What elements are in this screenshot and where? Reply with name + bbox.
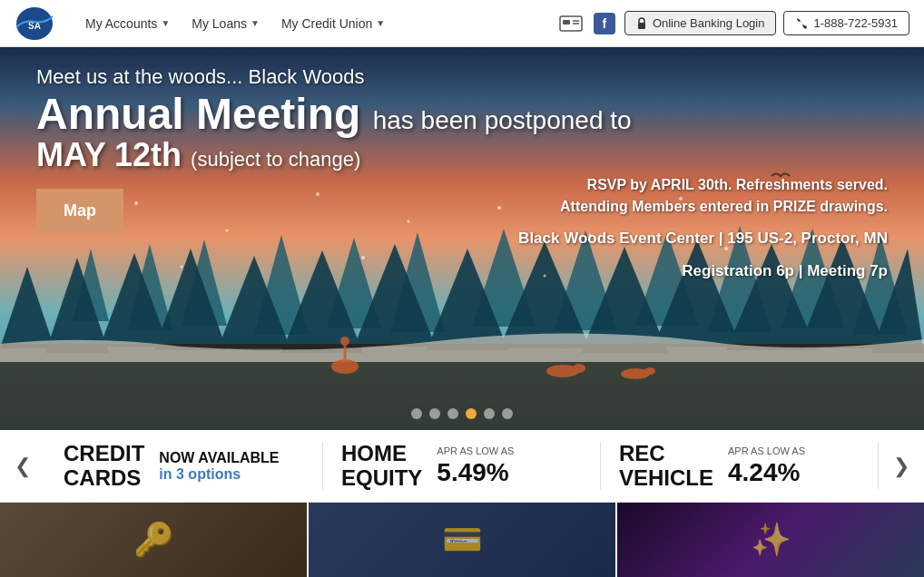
promo-rec-vehicle[interactable]: RECVEHICLE APR AS LOW AS 4.24% [601, 442, 879, 490]
svg-rect-6 [638, 23, 645, 29]
promo-rec-vehicle-title: RECVEHICLE [619, 442, 713, 490]
bottom-image-2[interactable] [309, 503, 615, 577]
promo-credit-cards-detail: NOW AVAILABLE in 3 options [159, 450, 279, 483]
promo-bar: ❮ CREDITCARDS NOW AVAILABLE in 3 options… [0, 430, 924, 503]
phone-icon [795, 17, 808, 30]
logo[interactable]: SA [15, 5, 58, 42]
chevron-down-icon: ▼ [161, 18, 170, 28]
svg-point-40 [644, 367, 655, 375]
hero-line1: Meet us at the woods... Black Woods [36, 65, 888, 89]
carousel-dot-2[interactable] [429, 408, 440, 419]
lock-icon [636, 17, 647, 30]
facebook-icon[interactable]: f [594, 13, 615, 34]
hero-banner: Meet us at the woods... Black Woods Annu… [0, 47, 924, 430]
carousel-dot-3[interactable] [447, 408, 458, 419]
logo-icon: SA [15, 5, 54, 42]
hero-line2: Annual Meeting has been postponed to [36, 93, 888, 136]
carousel-dot-6[interactable] [502, 408, 513, 419]
svg-rect-3 [563, 20, 570, 24]
promo-home-equity-detail: APR AS LOW AS 5.49% [437, 445, 514, 487]
carousel-dot-5[interactable] [484, 408, 495, 419]
promo-prev-arrow[interactable]: ❮ [0, 455, 45, 478]
nav-my-credit-union[interactable]: My Credit Union ▼ [272, 11, 394, 36]
promo-rec-vehicle-detail: APR AS LOW AS 4.24% [728, 445, 805, 487]
header: SA My Accounts ▼ My Loans ▼ My Credit Un… [0, 0, 924, 47]
chevron-down-icon: ▼ [251, 18, 260, 28]
bottom-image-3[interactable] [617, 503, 924, 577]
hero-line3: MAY 12th (subject to change) [36, 136, 888, 174]
svg-point-38 [573, 364, 585, 373]
promo-credit-cards[interactable]: CREDITCARDS NOW AVAILABLE in 3 options [45, 442, 323, 490]
carousel-dot-1[interactable] [411, 408, 422, 419]
chevron-down-icon: ▼ [376, 18, 385, 28]
main-nav: My Accounts ▼ My Loans ▼ My Credit Union… [76, 11, 557, 36]
promo-credit-cards-title: CREDITCARDS [64, 442, 144, 490]
promo-next-arrow[interactable]: ❯ [879, 455, 924, 478]
header-icons: f [557, 13, 615, 34]
bottom-image-1[interactable] [0, 503, 307, 577]
svg-point-34 [331, 359, 359, 374]
map-button[interactable]: Map [36, 189, 123, 233]
phone-button[interactable]: 1-888-722-5931 [783, 11, 909, 35]
hero-rsvp-info: RSVP by APRIL 30th. Refreshments served.… [518, 174, 888, 282]
nav-my-loans[interactable]: My Loans ▼ [182, 11, 269, 36]
svg-point-49 [361, 256, 365, 259]
svg-point-48 [181, 266, 183, 269]
nav-my-accounts[interactable]: My Accounts ▼ [76, 11, 179, 36]
svg-point-36 [340, 337, 349, 346]
carousel-dots [411, 408, 513, 419]
svg-marker-19 [0, 267, 54, 348]
bottom-images-row [0, 503, 924, 577]
carousel-dot-4[interactable] [466, 408, 477, 419]
online-banking-button[interactable]: Online Banking Login [624, 11, 777, 35]
atm-icon[interactable] [557, 13, 585, 34]
promo-home-equity-title: HOMEEQUITY [341, 442, 422, 490]
promo-home-equity[interactable]: HOMEEQUITY APR AS LOW AS 5.49% [323, 442, 601, 490]
